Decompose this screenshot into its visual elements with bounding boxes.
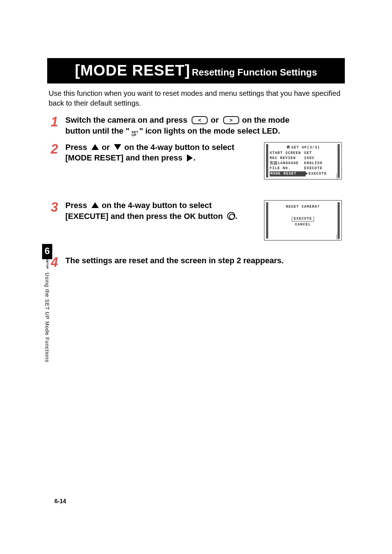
chapter-number-tab: 6 (42, 244, 52, 259)
step-number: 2 (51, 143, 65, 156)
step-body: Switch the camera on and press < or > on… (65, 115, 345, 137)
down-arrow-icon (114, 144, 121, 150)
sd-card-icon (336, 235, 340, 239)
section-intro: Use this function when you want to reset… (49, 89, 345, 108)
lcd-dialog-title: RESET CAMERA? (270, 204, 336, 209)
step-body: The settings are reset and the screen in… (65, 255, 345, 266)
lcd-setup-menu-screenshot: 🛠SET UP(3/3) START SCREENSET REC REVIEW2… (264, 142, 342, 180)
lcd-option-cancel: CANCEL (294, 222, 312, 227)
step-text: Press or on the 4-way button to select [… (65, 142, 260, 163)
lcd-row-selected: MODE RESET (270, 171, 306, 176)
step-number: 4 (51, 256, 65, 269)
mode-left-button-icon: < (192, 116, 208, 124)
chapter-side-tab: 6 SETUP Using the SET UP Mode Functions (42, 244, 52, 362)
step-number: 3 (51, 201, 65, 214)
step-body: Press on the 4-way button to select [EXE… (65, 200, 345, 241)
tools-icon: 🛠 (286, 146, 290, 150)
up-arrow-icon (91, 202, 99, 208)
section-title-bar: [MODE RESET] Resetting Function Settings (47, 58, 345, 83)
page-number: 6-14 (54, 498, 66, 505)
lcd-row: FILE NO.EXECUTE (270, 166, 337, 171)
step-2: 2 Press or on the 4-way button to select… (51, 142, 345, 180)
ok-button-icon (227, 212, 235, 220)
up-arrow-icon (91, 144, 99, 150)
lcd-row: 言語LANGUAGEENGLISH (270, 161, 337, 166)
chapter-side-label: Using the SET UP Mode Functions (44, 273, 50, 363)
lcd-row: REC REVIEW2SEC (270, 156, 337, 161)
manual-page: [MODE RESET] Resetting Function Settings… (0, 0, 392, 554)
right-arrow-icon (187, 154, 193, 162)
step-3: 3 Press on the 4-way button to select [E… (51, 200, 345, 241)
lcd-option-execute: EXECUTE (292, 216, 314, 222)
section-title-sub: Resetting Function Settings (192, 67, 317, 78)
mode-right-button-icon: > (223, 116, 239, 124)
setup-mode-icon: SETUP (46, 259, 49, 269)
lcd-reset-confirm-screenshot: RESET CAMERA? EXECUTE CANCEL (264, 200, 342, 241)
section-title-main: [MODE RESET] (75, 62, 190, 79)
step-body: Press or on the 4-way button to select [… (65, 142, 345, 180)
step-text: Press on the 4-way button to select [EXE… (65, 200, 260, 221)
sd-card-icon (336, 174, 340, 178)
step-number: 1 (51, 115, 65, 129)
step-4: 4 The settings are reset and the screen … (51, 255, 345, 269)
step-1: 1 Switch the camera on and press < or > … (51, 115, 345, 137)
steps-list: 1 Switch the camera on and press < or > … (47, 115, 345, 269)
menu-pointer-icon (306, 172, 308, 175)
lcd-row: START SCREENSET (270, 151, 337, 156)
setup-mode-icon: SETUP (132, 131, 139, 137)
